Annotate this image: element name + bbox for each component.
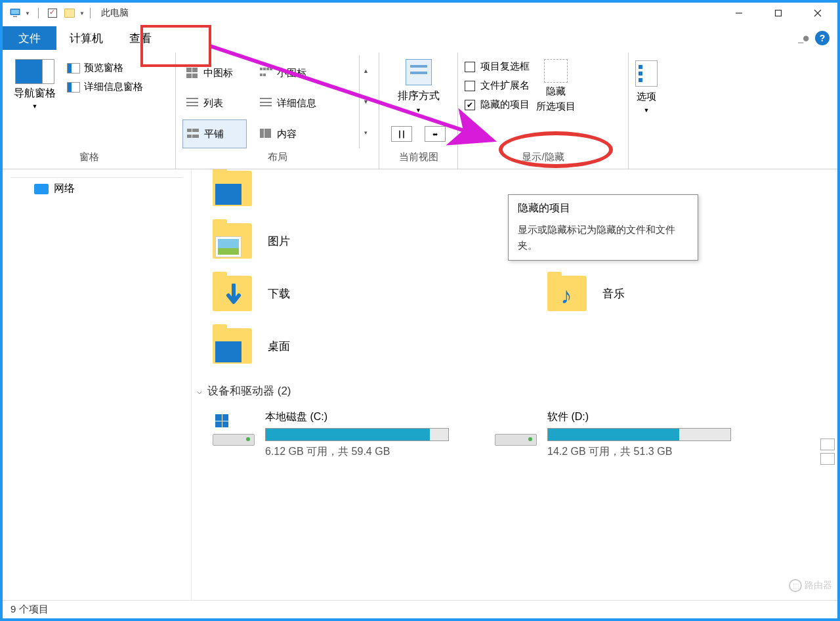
ribbon-tabs: 文件 计算机 查看 ⎯⬤ ? <box>3 24 837 53</box>
desktop-folder-icon <box>213 328 252 364</box>
view-details-toggle[interactable] <box>820 439 835 450</box>
content-area: 网络 图片 下载 <box>3 169 837 600</box>
layout-tiles[interactable]: 平铺 <box>182 119 247 148</box>
computer-icon[interactable] <box>8 6 22 20</box>
nav-pane-icon <box>15 59 43 84</box>
drive-usage-bar <box>547 428 731 441</box>
svg-rect-1 <box>11 10 19 14</box>
folder-icon <box>213 171 252 206</box>
chevron-down-icon: ▼ <box>644 107 650 114</box>
section-header-devices[interactable]: ⌵ 设备和驱动器 (2) <box>197 383 830 398</box>
preview-pane-icon <box>67 63 80 74</box>
options-icon <box>635 60 658 87</box>
folder-item-downloads[interactable]: 下载 <box>213 276 290 311</box>
view-mode-toggles <box>820 439 835 465</box>
ribbon-group-panes: 导航窗格 ▼ 预览窗格 详细信息窗格 窗格 <box>3 53 176 169</box>
tooltip-title: 隐藏的项目 <box>518 202 688 215</box>
tooltip-hidden-items: 隐藏的项目 显示或隐藏标记为隐藏的文件和文件夹。 <box>508 194 698 261</box>
drive-c[interactable]: 本地磁盘 (C:) 6.12 GB 可用，共 59.4 GB <box>213 410 449 459</box>
size-columns-button[interactable]: ⬌ <box>425 126 446 142</box>
scroll-up-icon[interactable]: ▲ <box>360 55 372 86</box>
checkbox-checked-icon <box>465 100 475 110</box>
layout-scrollbar[interactable]: ▲▼▾ <box>359 55 372 148</box>
hide-selected-button[interactable]: 隐藏 所选项目 <box>536 55 576 148</box>
layout-group-label: 布局 <box>182 148 372 166</box>
qat-customize-icon[interactable]: ▼ <box>79 11 86 16</box>
drive-stat: 14.2 GB 可用，共 51.3 GB <box>547 445 731 459</box>
layout-content[interactable]: 内容 <box>256 119 320 148</box>
drive-d[interactable]: 软件 (D:) 14.2 GB 可用，共 51.3 GB <box>495 410 731 459</box>
current-view-label: 当前视图 <box>386 148 451 166</box>
tab-view[interactable]: 查看 <box>116 26 165 50</box>
drive-stat: 6.12 GB 可用，共 59.4 GB <box>265 445 449 459</box>
checkbox-icon <box>465 81 475 91</box>
layout-list[interactable]: 列表 <box>182 89 247 117</box>
title-bar: ▼ ▼ 此电脑 <box>3 3 837 24</box>
watermark: ⬚ 路由器 <box>789 579 832 592</box>
network-icon <box>34 184 49 194</box>
item-checkboxes-toggle[interactable]: 项目复选框 <box>465 60 530 73</box>
watermark-icon: ⬚ <box>789 579 802 592</box>
list-icon <box>186 98 200 108</box>
window-controls <box>719 3 837 24</box>
details-icon <box>260 98 273 108</box>
sidebar-label: 网络 <box>54 182 75 196</box>
new-folder-icon[interactable] <box>62 6 77 20</box>
navigation-sidebar: 网络 <box>3 169 192 600</box>
quick-access-toolbar: ▼ ▼ <box>8 6 86 20</box>
help-icon[interactable]: ? <box>815 31 830 45</box>
scroll-down-icon[interactable]: ▼ <box>360 86 372 117</box>
drive-name: 本地磁盘 (C:) <box>265 410 449 424</box>
drive-name: 软件 (D:) <box>547 410 731 424</box>
maximize-button[interactable] <box>759 3 798 24</box>
chevron-down-icon: ▼ <box>415 107 421 114</box>
hidden-items-toggle[interactable]: 隐藏的项目 <box>465 98 530 111</box>
sidebar-item-network[interactable]: 网络 <box>3 178 191 200</box>
properties-icon[interactable] <box>45 6 60 20</box>
tab-file[interactable]: 文件 <box>3 26 56 50</box>
file-extensions-toggle[interactable]: 文件扩展名 <box>465 79 530 92</box>
ribbon-group-options: 选项 ▼ <box>629 53 697 169</box>
tiles-icon <box>187 129 200 139</box>
options-button[interactable]: 选项 ▼ <box>635 55 658 150</box>
ribbon: 导航窗格 ▼ 预览窗格 详细信息窗格 窗格 中图标 小图标 列表 详细信息 平铺 <box>3 53 837 169</box>
layout-small-icons[interactable]: 小图标 <box>256 59 320 87</box>
drive-icon <box>495 419 537 446</box>
close-button[interactable] <box>798 3 837 24</box>
drive-icon <box>213 419 255 446</box>
drive-usage-bar <box>265 428 449 441</box>
medium-icons-icon <box>186 68 200 78</box>
ribbon-group-current-view: 排序方式 ▼ ┃┃ ⬌ 当前视图 <box>379 53 458 169</box>
chevron-down-icon: ▼ <box>32 103 38 110</box>
chevron-down-icon: ⌵ <box>197 386 202 396</box>
separator <box>38 8 39 18</box>
folder-item-desktop[interactable]: 桌面 <box>213 328 830 364</box>
status-text: 9 个项目 <box>10 603 49 616</box>
nav-pane-label: 导航窗格 <box>14 87 56 100</box>
dropdown-arrow-icon: ▼ <box>25 11 32 16</box>
music-folder-icon: ♪ <box>547 276 587 311</box>
layout-medium-icons[interactable]: 中图标 <box>182 59 247 87</box>
navigation-pane-button[interactable]: 导航窗格 ▼ <box>9 55 60 148</box>
details-pane-button[interactable]: 详细信息窗格 <box>67 81 143 93</box>
folder-item-music[interactable]: ♪ 音乐 <box>547 276 625 311</box>
scroll-more-icon[interactable]: ▾ <box>360 118 372 148</box>
pin-icon[interactable]: ⎯⬤ <box>798 33 808 43</box>
pictures-folder-icon <box>213 223 252 259</box>
hide-icon <box>544 59 568 83</box>
ribbon-group-show-hide: 项目复选框 文件扩展名 隐藏的项目 隐藏 所选项目 显示/隐藏 <box>458 53 629 169</box>
sort-by-button[interactable]: 排序方式 ▼ <box>386 55 451 114</box>
content-icon <box>260 129 273 139</box>
tab-computer[interactable]: 计算机 <box>56 26 116 50</box>
minimize-button[interactable] <box>719 3 759 24</box>
folder-item-pictures[interactable]: 图片 <box>213 223 290 259</box>
view-large-toggle[interactable] <box>820 453 835 465</box>
preview-pane-button[interactable]: 预览窗格 <box>67 62 143 74</box>
group-by-button[interactable]: ┃┃ <box>391 126 412 142</box>
ribbon-group-layout: 中图标 小图标 列表 详细信息 平铺 内容 ▲▼▾ 布局 <box>176 53 379 169</box>
separator <box>90 8 91 18</box>
checkbox-icon <box>465 62 475 72</box>
small-icons-icon <box>260 68 273 78</box>
svg-rect-2 <box>13 16 17 18</box>
layout-details[interactable]: 详细信息 <box>256 89 320 117</box>
